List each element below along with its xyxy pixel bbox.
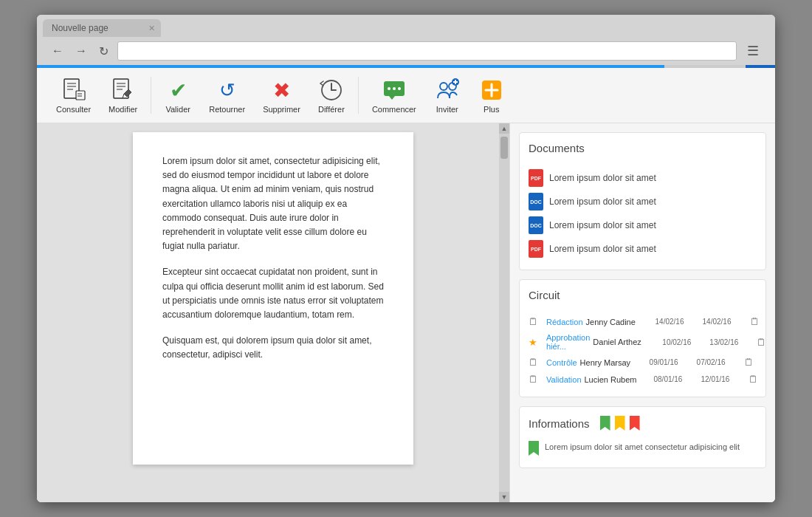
circuit-icon-0: 🗒 [529,316,543,327]
inviter-icon [434,77,461,103]
reload-button[interactable]: ↻ [96,43,111,60]
pdf-icon-0: PDF [529,169,543,187]
informations-header: Informations [529,416,757,431]
svg-point-19 [440,83,447,90]
circuit-panel: Circuit 🗒 Rédaction Jenny Cadine 14/02/1… [519,279,766,397]
supprimer-icon: ✖ [269,77,295,103]
supprimer-label: Supprimer [263,105,300,114]
circuit-edit-icon-3[interactable]: 🗒 [749,374,763,385]
circuit-edit-icon-2[interactable]: 🗒 [744,357,759,368]
consulter-label: Consulter [56,105,91,114]
bookmark-green[interactable] [600,416,610,431]
documents-panel: Documents PDF Lorem ipsum dolor sit amet… [519,132,766,270]
circuit-person-0: Jenny Cadine [586,318,653,326]
documents-panel-title: Documents [529,142,757,159]
doc-item-0[interactable]: PDF Lorem ipsum dolor sit amet [529,166,757,190]
browser-window: Nouvelle page ✕ ← → ↻ ☰ [37,15,775,502]
circuit-star-icon-1: ★ [529,337,543,348]
doc-item-3[interactable]: PDF Lorem ipsum dolor sit amet [529,237,757,261]
info-bookmark-green [529,441,539,456]
bookmark-red[interactable] [630,416,640,431]
inviter-label: Inviter [436,105,458,114]
circuit-date2-2: 07/02/16 [697,358,741,366]
toolbar-item-valider[interactable]: ✔ Valider [157,74,199,117]
circuit-row-1: ★ Approbation hiér... Daniel Arthez 10/0… [529,330,757,354]
document-page: Lorem ipsum dolor sit amet, consectetur … [133,132,413,465]
circuit-edit-icon-1[interactable]: 🗒 [757,337,771,348]
svg-rect-4 [76,91,85,100]
nav-bar: ← → ↻ ☰ [43,37,769,65]
circuit-row-2: 🗒 Contrôle Henry Marsay 09/01/16 07/02/1… [529,354,757,371]
toolbar-item-inviter[interactable]: Inviter [427,74,468,117]
differer-icon [318,77,345,103]
address-bar[interactable] [117,41,737,61]
circuit-edit-icon-0[interactable]: 🗒 [750,316,765,327]
info-item-text-0: Lorem ipsum dolor sit amet consectetur a… [545,441,740,453]
circuit-date2-1: 13/02/16 [709,338,754,346]
app-content: Consulter Modifier ✔ [37,68,775,502]
doc-item-1[interactable]: DOC Lorem ipsum dolor sit amet [529,190,757,213]
tab-close-button[interactable]: ✕ [148,24,155,33]
toolbar-item-consulter[interactable]: Consulter [49,74,98,117]
commencer-icon [381,77,407,103]
circuit-row-3: 🗒 Validation Lucien Rubem 08/01/16 12/01… [529,371,757,388]
circuit-date1-1: 10/02/16 [662,338,706,346]
circuit-date2-0: 14/02/16 [703,318,747,326]
doc-item-text-2: Lorem ipsum dolor sit amet [549,220,656,230]
informations-panel: Informations Lorem ipsum dolor sit amet … [519,406,766,468]
tab-label: Nouvelle page [52,23,109,33]
toolbar-item-differer[interactable]: Différer [311,74,352,117]
menu-button[interactable]: ☰ [743,41,763,61]
svg-point-16 [388,87,390,90]
pdf-icon-3: PDF [529,240,543,258]
right-pane: Documents PDF Lorem ipsum dolor sit amet… [509,123,775,502]
circuit-step-3[interactable]: Validation [546,375,582,384]
toolbar-item-modifier[interactable]: Modifier [101,74,145,117]
main-area: Lorem ipsum dolor sit amet, consectetur … [37,123,775,502]
browser-tab[interactable]: Nouvelle page ✕ [43,19,161,37]
toolbar: Consulter Modifier ✔ [37,68,775,123]
modifier-icon [110,77,137,103]
valider-icon: ✔ [165,77,191,103]
toolbar-item-commencer[interactable]: Commencer [365,74,424,117]
circuit-row-0: 🗒 Rédaction Jenny Cadine 14/02/16 14/02/… [529,313,757,330]
svg-line-11 [123,94,124,98]
circuit-person-1: Daniel Arthez [593,338,659,346]
circuit-date2-3: 12/01/16 [701,375,746,383]
circuit-step-0[interactable]: Rédaction [546,318,583,326]
circuit-date1-0: 14/02/16 [656,318,700,326]
svg-point-17 [393,87,396,90]
commencer-label: Commencer [372,105,416,114]
doc-item-text-3: Lorem ipsum dolor sit amet [549,244,656,254]
scroll-thumb[interactable] [500,137,508,159]
document-pane: Lorem ipsum dolor sit amet, consectetur … [37,123,509,502]
back-button[interactable]: ← [49,43,66,59]
progress-bar-accent [746,65,775,68]
circuit-person-2: Henry Marsay [580,358,647,367]
progress-bar-fill [37,65,664,68]
informations-title: Informations [529,417,590,430]
scroll-up-arrow[interactable]: ▲ [499,123,509,134]
circuit-step-1[interactable]: Approbation hiér... [546,333,590,351]
modifier-label: Modifier [109,105,137,114]
doc-item-2[interactable]: DOC Lorem ipsum dolor sit amet [529,213,757,237]
separator-1 [151,77,151,114]
plus-label: Plus [484,105,499,114]
doc-paragraph-1: Lorem ipsum dolor sit amet, consectetur … [162,154,384,253]
circuit-person-3: Lucien Rubem [585,375,651,384]
consulter-icon [61,77,87,103]
forward-button[interactable]: → [72,43,90,59]
toolbar-item-supprimer[interactable]: ✖ Supprimer [255,74,308,117]
circuit-step-2[interactable]: Contrôle [546,358,577,367]
valider-label: Valider [165,105,190,114]
doc-icon-1: DOC [529,193,543,210]
doc-icon-2: DOC [529,216,543,234]
toolbar-item-retourner[interactable]: ↺ Retourner [202,74,252,117]
scroll-down-arrow[interactable]: ▼ [499,492,509,502]
bookmark-yellow[interactable] [615,416,625,431]
retourner-label: Retourner [209,105,245,114]
circuit-date1-3: 08/01/16 [654,375,698,383]
toolbar-item-plus[interactable]: Plus [471,74,512,117]
scroll-bar[interactable]: ▲ ▼ [499,123,509,502]
retourner-icon: ↺ [214,77,241,103]
